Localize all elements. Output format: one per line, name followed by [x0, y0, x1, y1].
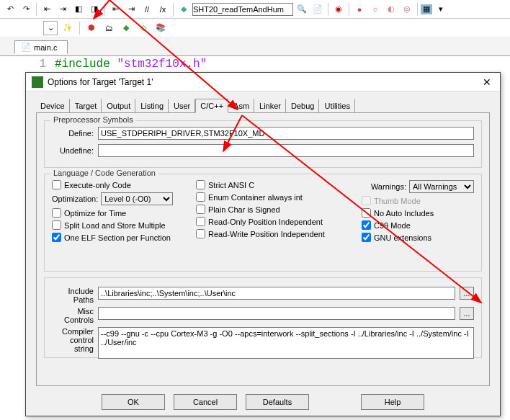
manage2-icon[interactable]: ◇ — [136, 21, 151, 35]
dialog-title-text: Options for Target 'Target 1' — [48, 77, 153, 87]
bookmark-prev-icon[interactable]: ⇤ — [40, 2, 54, 17]
wand-icon[interactable]: ✨ — [61, 21, 75, 35]
define-label: Define: — [52, 129, 94, 138]
tab-cpp[interactable]: C/C++ — [195, 99, 228, 113]
misc-controls-label: Misc Controls — [52, 307, 94, 324]
bp-kill-icon[interactable]: ◎ — [400, 2, 414, 17]
tab-user[interactable]: User — [169, 99, 195, 113]
tab-debug[interactable]: Debug — [286, 99, 319, 113]
uncomment-icon[interactable]: /x — [156, 2, 170, 17]
find-files-icon[interactable]: 📄 — [310, 2, 325, 17]
ro-pi-check[interactable]: Read-Only Position Independent — [196, 217, 362, 226]
define-input[interactable] — [98, 127, 474, 140]
bp-enable-icon[interactable]: ○ — [368, 2, 382, 17]
chevron-down-icon[interactable]: ⌄ — [43, 21, 58, 35]
tab-listing[interactable]: Listing — [135, 99, 169, 113]
undefine-label: Undefine: — [52, 146, 94, 155]
file-tab-main[interactable]: 📄 main.c — [14, 40, 68, 54]
language-group: Language / Code Generation Execute-only … — [44, 174, 482, 272]
app-icon — [32, 76, 43, 88]
bookmark-clear-icon[interactable]: ◨ — [87, 2, 102, 17]
misc-controls-input[interactable] — [98, 307, 455, 320]
split-ls-check[interactable]: Split Load and Store Multiple — [52, 220, 196, 230]
indent-right-icon[interactable]: ⇥ — [124, 2, 138, 17]
tab-device[interactable]: Device — [36, 99, 70, 113]
close-icon[interactable]: ✕ — [480, 76, 494, 88]
main-toolbar: ↶ ↷ ⇤ ⇥ ◧ ◨ ⇤ ⇥ // /x ◆ 🔍 📄 ◉ ● ○ ◐ ◎ ▦ … — [0, 0, 510, 19]
cancel-button[interactable]: Cancel — [174, 394, 237, 410]
compiler-string-label: Compiler control string — [52, 327, 94, 353]
paths-group: Include Paths ... Misc Controls ... Comp… — [44, 277, 482, 358]
include-paths-input[interactable] — [98, 287, 455, 300]
manage-icon[interactable]: ◆ — [119, 21, 133, 35]
preprocessor-group: Preprocessor Symbols Define: Undefine: — [44, 120, 482, 168]
c99-check[interactable]: C99 Mode — [362, 220, 474, 230]
opt-time-check[interactable]: Optimize for Time — [52, 208, 196, 218]
file-tab-label: main.c — [34, 43, 57, 52]
optimization-label: Optimization: — [52, 195, 98, 203]
misc-controls-browse-button[interactable]: ... — [460, 307, 474, 320]
tab-asm[interactable]: Asm — [228, 99, 254, 113]
exec-only-check[interactable]: Execute-only Code — [52, 180, 196, 189]
include-paths-browse-button[interactable]: ... — [460, 287, 474, 300]
warnings-label: Warnings: — [371, 182, 406, 191]
one-elf-check[interactable]: One ELF Section per Function — [52, 233, 196, 242]
source-file-icon: 📄 — [21, 43, 31, 52]
string-literal: "stm32f10x.h" — [117, 58, 207, 71]
file-group-icon[interactable]: 🗂 — [102, 21, 116, 35]
undo-icon[interactable]: ↶ — [3, 2, 17, 17]
rw-pi-check[interactable]: Read-Write Position Independent — [196, 229, 362, 238]
thumb-check: Thumb Mode — [362, 196, 474, 205]
gnu-ext-check[interactable]: GNU extensions — [362, 233, 474, 242]
ok-button[interactable]: OK — [102, 394, 165, 410]
undefine-input[interactable] — [98, 144, 474, 157]
compiler-string-display: --c99 --gnu -c --cpu Cortex-M3 -g -O0 --… — [98, 327, 474, 359]
config-icon[interactable]: ▾ — [434, 2, 448, 17]
window-icon[interactable]: ▦ — [421, 4, 432, 14]
build-toolbar: ⌄ ✨ ⬢ 🗂 ◆ ◇ 📚 — [0, 19, 510, 37]
enum-cont-check[interactable]: Enum Container always int — [196, 192, 362, 202]
defaults-button[interactable]: Defaults — [246, 394, 309, 410]
dialog-titlebar: Options for Target 'Target 1' ✕ — [26, 73, 500, 91]
plain-char-check[interactable]: Plain Char is Signed — [196, 205, 362, 214]
tab-content: Preprocessor Symbols Define: Undefine: L… — [36, 112, 490, 386]
books-icon[interactable]: 📚 — [153, 21, 168, 35]
project-combo[interactable] — [192, 3, 293, 16]
warnings-select[interactable]: All Warnings — [409, 180, 474, 193]
bp-insert-icon[interactable]: ● — [352, 2, 367, 17]
no-auto-check[interactable]: No Auto Includes — [362, 208, 474, 218]
file-icon[interactable]: ◆ — [176, 2, 191, 17]
dialog-buttons: OK Cancel Defaults Help — [26, 387, 500, 417]
optimization-select[interactable]: Level 0 (-O0) — [101, 192, 173, 205]
options-dialog: Options for Target 'Target 1' ✕ Device T… — [25, 72, 501, 416]
bookmark-next-icon[interactable]: ⇥ — [55, 2, 70, 17]
indent-left-icon[interactable]: ⇤ — [108, 2, 122, 17]
strict-ansi-check[interactable]: Strict ANSI C — [196, 180, 362, 189]
target-options-icon[interactable]: ⬢ — [84, 21, 99, 35]
bp-disable-icon[interactable]: ◐ — [384, 2, 398, 17]
tab-linker[interactable]: Linker — [254, 99, 286, 113]
include-paths-label: Include Paths — [52, 287, 94, 304]
find-icon[interactable]: 🔍 — [295, 2, 309, 17]
help-button[interactable]: Help — [361, 394, 424, 410]
dialog-tabs: Device Target Output Listing User C/C++ … — [26, 91, 500, 113]
language-legend: Language / Code Generation — [50, 169, 158, 177]
redo-icon[interactable]: ↷ — [19, 2, 33, 17]
bookmark-toggle-icon[interactable]: ◧ — [71, 2, 86, 17]
tab-output[interactable]: Output — [102, 99, 135, 113]
file-tabs: 📄 main.c — [0, 37, 510, 56]
keyword: #include — [55, 58, 110, 71]
comment-icon[interactable]: // — [140, 2, 154, 17]
preprocessor-legend: Preprocessor Symbols — [50, 115, 136, 124]
tab-target[interactable]: Target — [70, 99, 102, 113]
tab-utilities[interactable]: Utilities — [319, 99, 354, 113]
debug-icon[interactable]: ◉ — [331, 2, 346, 17]
